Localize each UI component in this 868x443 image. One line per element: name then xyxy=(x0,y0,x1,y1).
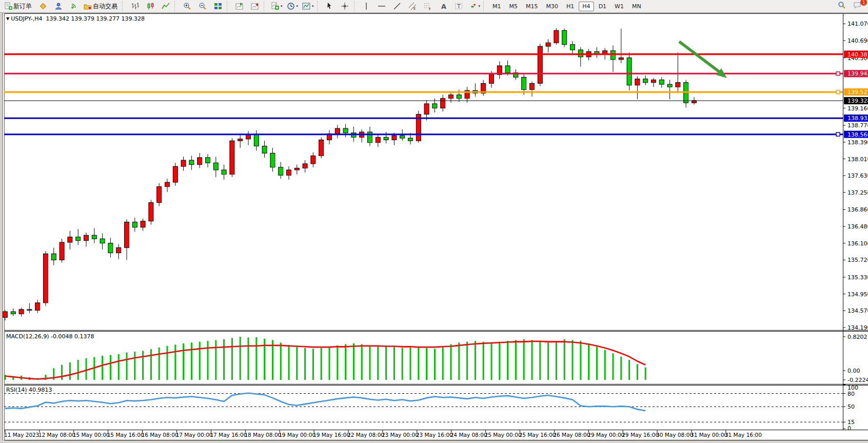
collapse-triangle-icon[interactable]: ▼ xyxy=(6,16,9,21)
timeframe-button-d1[interactable]: D1 xyxy=(595,2,610,11)
price-line-label: 138.566 xyxy=(847,131,868,138)
macd-histogram-bar xyxy=(231,338,233,380)
bull-candle xyxy=(335,128,340,133)
price-tick-label: 141.070 xyxy=(847,21,868,27)
hline-handle[interactable] xyxy=(836,90,840,94)
hline-handle[interactable] xyxy=(836,72,840,75)
chart-canvas: 141.070140.690140.300139.160138.770138.3… xyxy=(0,0,868,443)
bear-candle xyxy=(11,312,15,314)
periods-menu-button[interactable]: ▾ xyxy=(285,1,300,12)
bar-chart-button[interactable] xyxy=(128,1,142,12)
macd-histogram-bar xyxy=(531,340,533,380)
bull-candle xyxy=(449,95,453,99)
zoom-in-button[interactable] xyxy=(180,1,194,12)
auto-scroll-button[interactable] xyxy=(248,1,262,12)
bull-candle xyxy=(157,187,162,203)
macd-histogram-bar xyxy=(564,339,565,380)
macd-histogram-bar xyxy=(69,362,71,380)
trendline-icon xyxy=(393,2,402,10)
autotrading-button[interactable]: 自动交易 xyxy=(82,1,121,12)
price-tick-label: 140.690 xyxy=(847,37,868,44)
bull-candle xyxy=(125,222,129,247)
chart-shift-button[interactable] xyxy=(232,1,247,12)
bull-candle xyxy=(619,58,623,60)
bull-candle xyxy=(44,254,48,302)
text-tool-button[interactable]: A xyxy=(437,1,451,12)
signals-button[interactable] xyxy=(67,1,81,12)
notifications-button[interactable]: 1 xyxy=(850,1,864,12)
bear-candle xyxy=(132,222,137,227)
zoom-out-button[interactable] xyxy=(195,1,210,12)
time-tick-label: 29 May 00:00 xyxy=(587,432,624,438)
new-order-icon xyxy=(4,2,13,10)
bull-candle xyxy=(60,242,64,260)
dropdown-arrow-icon[interactable]: ▾ xyxy=(479,4,481,8)
bear-candle xyxy=(76,237,81,241)
bull-candle xyxy=(319,140,324,156)
macd-histogram-bar xyxy=(134,352,135,380)
bull-candle xyxy=(238,139,243,141)
macd-histogram-bar xyxy=(321,348,322,380)
toolbar-separator xyxy=(227,1,231,11)
timeframe-button-w1[interactable]: W1 xyxy=(611,2,627,11)
trendline-tool-button[interactable] xyxy=(390,1,405,12)
macd-histogram-bar xyxy=(645,368,646,380)
time-axis[interactable]: 11 May 202312 May 08:0015 May 00:0015 Ma… xyxy=(4,430,762,438)
new-chart-button[interactable]: ▾ xyxy=(269,1,284,12)
macd-indicator-label: MACD(12,26,9) -0.0048 0.1378 xyxy=(6,333,94,340)
time-tick-label: 22 May 08:00 xyxy=(347,432,384,438)
search-button[interactable] xyxy=(835,1,849,12)
dropdown-arrow-icon[interactable]: ▾ xyxy=(297,4,299,8)
timeframe-button-h4[interactable]: H4 xyxy=(579,2,594,11)
timeframe-button-m1[interactable]: M1 xyxy=(489,2,505,11)
rsi-tick-label: 80 xyxy=(847,391,855,397)
timeframe-button-mn[interactable]: MN xyxy=(628,2,645,11)
horizontal-line-tool-button[interactable] xyxy=(375,1,389,12)
line-chart-button[interactable] xyxy=(159,1,173,12)
chart-shift-icon xyxy=(235,2,244,10)
chart-symbol-period: USDJPY-,H4 xyxy=(11,15,42,22)
market-watch-button[interactable] xyxy=(36,1,50,12)
fibonacci-tool-button[interactable]: F xyxy=(421,1,436,12)
bear-candle xyxy=(400,136,405,138)
bull-candle xyxy=(392,136,397,140)
macd-tick-label: -0.2224 xyxy=(847,377,868,383)
vertical-line-tool-button[interactable] xyxy=(360,1,374,12)
macd-histogram-bar xyxy=(491,342,492,380)
line-chart-icon xyxy=(162,2,170,10)
candlestick-chart-button[interactable] xyxy=(143,1,157,12)
macd-histogram-bar xyxy=(304,348,306,380)
price-tick-label: 137.250 xyxy=(847,189,868,196)
channel-tool-button[interactable]: E xyxy=(406,1,420,12)
zoom-in-icon xyxy=(183,2,192,10)
bull-candle xyxy=(424,104,429,114)
timeframe-button-h1[interactable]: H1 xyxy=(563,2,578,11)
timeframe-button-m15[interactable]: M15 xyxy=(522,2,542,11)
bull-candle xyxy=(554,30,559,43)
arrows-tool-button[interactable]: ▾ xyxy=(467,1,482,12)
new-order-button[interactable]: 新订单 xyxy=(3,1,35,12)
price-tick-label: 138.770 xyxy=(847,122,868,129)
timeframe-button-m5[interactable]: M5 xyxy=(506,2,522,11)
tile-windows-button[interactable] xyxy=(211,1,225,12)
profile-button[interactable] xyxy=(51,1,66,12)
vertical-line-icon xyxy=(362,2,371,10)
new-chart-icon xyxy=(271,2,280,10)
cursor-tool-button[interactable] xyxy=(323,1,337,12)
bear-candle xyxy=(432,104,437,108)
label-tool-button[interactable]: T xyxy=(452,1,466,12)
templates-button[interactable]: ▾ xyxy=(301,1,315,12)
dropdown-arrow-icon[interactable]: ▾ xyxy=(312,4,314,8)
text-icon: A xyxy=(439,2,448,10)
bear-candle xyxy=(578,50,583,57)
macd-histogram-bar xyxy=(174,344,176,380)
dropdown-arrow-icon[interactable]: ▾ xyxy=(281,4,283,8)
crosshair-tool-button[interactable] xyxy=(338,1,352,12)
macd-histogram-bar xyxy=(596,346,598,380)
macd-histogram-bar xyxy=(507,341,508,380)
timeframe-button-m30[interactable]: M30 xyxy=(543,2,562,11)
macd-histogram-bar xyxy=(102,356,103,380)
bull-candle xyxy=(84,235,89,240)
macd-histogram-bar xyxy=(523,339,525,380)
hline-handle[interactable] xyxy=(836,132,840,136)
